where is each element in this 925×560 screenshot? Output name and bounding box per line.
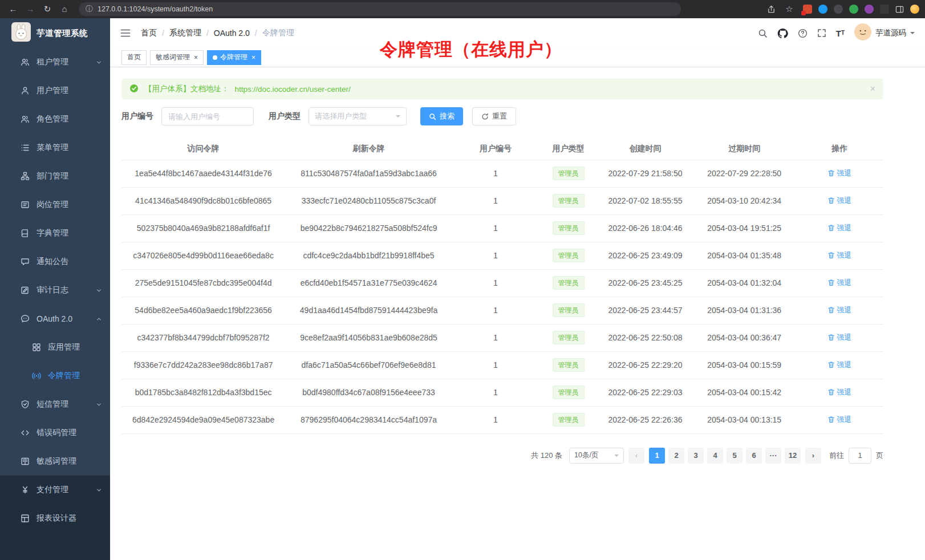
user-menu[interactable]: 芋道源码 — [854, 23, 915, 43]
breadcrumb-item[interactable]: 系统管理 — [169, 28, 201, 38]
sidebar-item-13[interactable]: 错误码管理 — [0, 419, 110, 447]
username: 芋道源码 — [875, 28, 906, 38]
prev-page-button[interactable]: ‹ — [628, 448, 644, 464]
force-logout-button[interactable]: 强退 — [827, 250, 851, 261]
sidebar-item-14[interactable]: 敏感词管理 — [0, 447, 110, 476]
force-logout-button[interactable]: 强退 — [827, 305, 851, 315]
user-type-badge: 管理员 — [553, 413, 585, 427]
extension-icon[interactable] — [880, 5, 889, 14]
profile-avatar[interactable] — [910, 5, 919, 14]
page-button-2[interactable]: 2 — [668, 448, 684, 464]
force-logout-label: 强退 — [837, 387, 851, 397]
force-logout-button[interactable]: 强退 — [827, 196, 851, 206]
token-icon — [32, 371, 41, 380]
fullscreen-icon[interactable] — [817, 29, 826, 38]
extension-icon[interactable] — [834, 5, 843, 14]
force-logout-button[interactable]: 强退 — [827, 415, 851, 425]
force-logout-button[interactable]: 强退 — [827, 168, 851, 178]
refresh-token-cell: 49d1aa46d1454fbd87591444423be9fa — [285, 297, 452, 324]
tab-label: 敏感词管理 — [156, 52, 190, 62]
extension-badge — [801, 11, 806, 15]
tab-2[interactable]: 令牌管理× — [207, 50, 261, 65]
user-type-select[interactable]: 请选择用户类型 — [309, 107, 407, 125]
users-icon — [21, 58, 30, 67]
sidebar-item-8[interactable]: 审计日志 — [0, 276, 110, 305]
share-icon[interactable] — [767, 5, 776, 14]
sidebar-item-3[interactable]: 菜单管理 — [0, 133, 110, 162]
dict-icon — [21, 229, 30, 238]
back-icon[interactable]: ← — [6, 2, 21, 16]
page-size-select[interactable]: 10条/页 — [569, 448, 624, 464]
force-logout-button[interactable]: 强退 — [827, 332, 851, 343]
sidebar-item-7[interactable]: 通知公告 — [0, 247, 110, 276]
tab-close-icon[interactable]: × — [251, 54, 255, 61]
font-size-icon[interactable]: TT — [836, 29, 845, 38]
breadcrumb-item[interactable]: OAuth 2.0 — [214, 29, 250, 38]
alert-close-icon[interactable]: × — [870, 84, 875, 94]
search-button[interactable]: 搜索 — [420, 107, 463, 125]
user-id-cell: 1 — [452, 379, 539, 406]
force-logout-button[interactable]: 强退 — [827, 387, 851, 397]
search-icon[interactable] — [758, 29, 768, 38]
github-icon[interactable] — [777, 28, 788, 39]
sidebar-item-1[interactable]: 用户管理 — [0, 76, 110, 105]
extension-icon[interactable] — [803, 5, 812, 14]
breadcrumb-item[interactable]: 首页 — [141, 28, 157, 38]
sidebar-item-12[interactable]: 短信管理 — [0, 390, 110, 419]
next-page-button[interactable]: › — [805, 448, 821, 464]
page-button-5[interactable]: 5 — [727, 448, 743, 464]
create-time-cell: 2022-06-25 23:45:25 — [598, 269, 693, 297]
alert-text: 【用户体系】文档地址： — [144, 84, 229, 94]
create-time-cell: 2022-06-25 22:29:03 — [598, 379, 693, 406]
home-icon[interactable]: ⌂ — [57, 2, 72, 16]
sidebar-item-16[interactable]: 报表设计器 — [0, 504, 110, 533]
user-type-placeholder: 请选择用户类型 — [315, 111, 367, 121]
sidebar-item-label: 用户管理 — [36, 86, 68, 96]
url-bar[interactable]: ⓘ 127.0.0.1:1024/system/oauth2/token — [79, 2, 681, 16]
force-logout-button[interactable]: 强退 — [827, 278, 851, 288]
force-logout-button[interactable]: 强退 — [827, 360, 851, 370]
sidebar-item-10[interactable]: 应用管理 — [0, 333, 110, 362]
code-icon — [21, 428, 30, 437]
page-button-1[interactable]: 1 — [649, 448, 665, 464]
help-icon[interactable] — [798, 29, 808, 38]
sidebar-item-5[interactable]: 岗位管理 — [0, 190, 110, 219]
user-id-input[interactable] — [161, 107, 254, 125]
extension-icon[interactable] — [849, 5, 858, 14]
sidebar-item-0[interactable]: 租户管理 — [0, 48, 110, 76]
page-button-3[interactable]: 3 — [688, 448, 704, 464]
tab-1[interactable]: 敏感词管理× — [150, 50, 204, 65]
access-token-cell: f9336e7c7dd242a283ee98dc86b17a87 — [121, 351, 285, 379]
sidebar-item-15[interactable]: 支付管理 — [0, 476, 110, 504]
goto-page-input[interactable] — [849, 448, 871, 464]
doc-link[interactable]: https://doc.iocoder.cn/user-center/ — [235, 85, 351, 94]
puzzle-extensions-icon[interactable] — [865, 5, 874, 14]
bookmark-star-icon[interactable]: ☆ — [782, 2, 797, 16]
reset-button[interactable]: 重置 — [472, 107, 516, 125]
site-info-icon[interactable]: ⓘ — [86, 4, 93, 14]
refresh-icon[interactable]: ↻ — [40, 2, 55, 16]
more-pages-button[interactable]: ··· — [765, 448, 781, 464]
sidebar-toggle-icon[interactable] — [120, 29, 131, 38]
force-logout-button[interactable]: 强退 — [827, 223, 851, 233]
extension-icon[interactable] — [818, 5, 827, 14]
sidebar-item-6[interactable]: 字典管理 — [0, 219, 110, 247]
breadcrumb-separator: / — [255, 29, 257, 38]
page-button-4[interactable]: 4 — [707, 448, 723, 464]
tab-0[interactable]: 首页 — [121, 50, 147, 65]
action-cell: 强退 — [796, 297, 883, 324]
sidebar-item-4[interactable]: 部门管理 — [0, 162, 110, 190]
sidebar-item-11[interactable]: 令牌管理 — [0, 362, 110, 390]
tab-close-icon[interactable]: × — [194, 54, 198, 61]
sidebar-item-label: 短信管理 — [36, 399, 68, 409]
page-button-12[interactable]: 12 — [785, 448, 801, 464]
page-button-6[interactable]: 6 — [746, 448, 762, 464]
forward-icon[interactable]: → — [23, 2, 38, 16]
split-view-icon[interactable] — [895, 5, 904, 14]
url-text: 127.0.0.1:1024/system/oauth2/token — [98, 5, 213, 13]
sidebar-item-label: 角色管理 — [36, 114, 68, 124]
sidebar-item-2[interactable]: 角色管理 — [0, 105, 110, 133]
expire-time-cell: 2054-03-04 00:15:42 — [693, 379, 796, 406]
app-header: 首页/系统管理/OAuth 2.0/令牌管理 TT 芋道源码 — [110, 18, 925, 48]
sidebar-item-9[interactable]: OAuth 2.0 — [0, 305, 110, 333]
